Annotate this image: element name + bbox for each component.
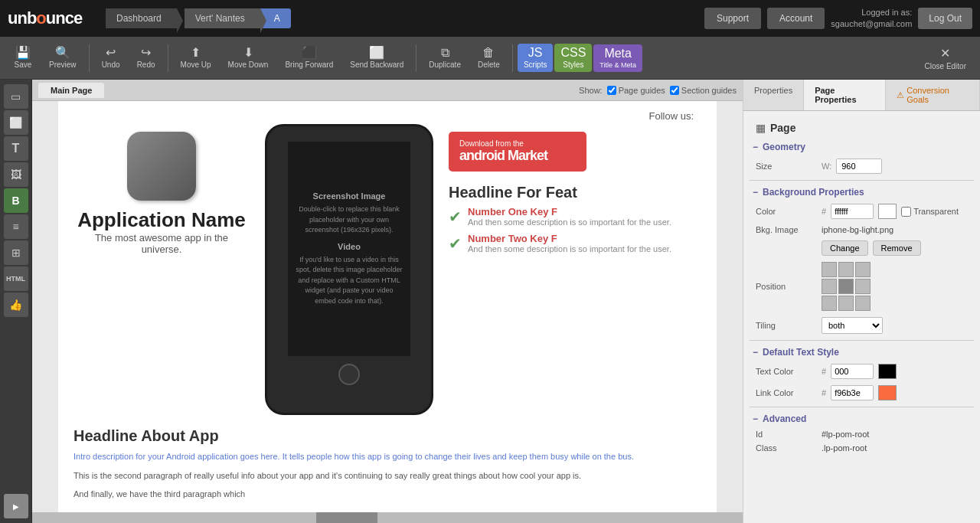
section-guides-label[interactable]: Section guides [670,86,737,95]
close-editor-button[interactable]: ✕ Close Editor [917,41,974,75]
canvas-scrollbar-horizontal[interactable] [32,512,743,523]
redo-button[interactable]: ↪ Redo [129,42,163,74]
sidebar-item-box[interactable]: ⬜ [4,110,28,135]
section-guides-checkbox[interactable] [670,86,679,95]
tiling-select[interactable]: no-repeat repeat-x repeat-y both [822,317,883,334]
sidebar-item-section[interactable]: ▭ [4,84,28,109]
video-title: Video [338,242,361,251]
tiling-row: Tiling no-repeat repeat-x repeat-y both [750,314,974,337]
toolbar-separator-1 [89,44,90,72]
text-style-label: Default Text Style [763,347,839,358]
page-properties-tab[interactable]: Page Properties [804,80,886,110]
screenshot-title: Screenshot Image [313,191,386,201]
top-nav-right: Support Account Logged in as: sgauchet@g… [704,7,972,31]
title-meta-button[interactable]: Meta Title & Meta [593,44,642,72]
preview-icon: 🔍 [55,47,70,59]
move-up-button[interactable]: ⬆ Move Up [173,42,219,74]
styles-icon: CSS [560,47,586,59]
bg-collapse[interactable]: − [753,187,758,198]
duplicate-icon: ⧉ [441,47,449,59]
sidebar-item-list[interactable]: ≡ [4,214,28,239]
video-text: If you'd like to use a video in this spo… [296,255,403,307]
pos-cell-tr[interactable] [855,262,871,277]
geometry-header[interactable]: − Geometry [750,139,974,155]
pos-cell-mr[interactable] [855,279,871,294]
toolbar: 💾 Save 🔍 Preview ↩ Undo ↪ Redo ⬆ Move Up… [0,37,980,80]
check-icon-2: ✔ [449,234,462,253]
canvas-inner: Follow us: Application Name The most awe… [58,101,717,523]
change-button[interactable]: Change [822,240,868,256]
logout-button[interactable]: Log Out [918,8,972,29]
sidebar-item-image[interactable]: 🖼 [4,162,28,187]
sidebar-item-html[interactable]: HTML [4,266,28,291]
support-button[interactable]: Support [704,8,761,29]
site-breadcrumb[interactable]: Vert' Nantes [185,8,260,28]
properties-tab[interactable]: Properties [743,80,804,110]
feature-item-1: ✔ Number One Key F And then some descrip… [449,206,701,227]
logged-in-label: Logged in as: [831,7,912,18]
transparent-label[interactable]: Transparent [901,207,959,217]
account-button[interactable]: Account [767,8,825,29]
toolbar-separator-3 [416,44,416,72]
pos-cell-br[interactable] [855,296,871,311]
link-color-picker-box[interactable] [878,385,897,400]
bring-forward-button[interactable]: ⬛ Bring Forward [277,42,341,74]
pos-cell-bc[interactable] [838,296,854,311]
page-guides-label[interactable]: Page guides [607,86,665,95]
color-picker-box[interactable] [878,204,897,219]
move-down-button[interactable]: ⬇ Move Down [220,42,276,74]
text-color-picker-box[interactable] [878,364,897,379]
pos-cell-bl[interactable] [822,296,837,311]
transparent-checkbox[interactable] [901,207,911,217]
text-color-row: Text Color # [750,361,974,382]
link-color-input[interactable] [831,385,874,400]
sidebar-expand-arrow[interactable]: ▶ [4,494,28,518]
save-button[interactable]: 💾 Save [6,42,40,74]
pos-cell-mc[interactable] [838,279,854,294]
sidebar-item-grid[interactable]: ⊞ [4,240,28,265]
phone-image: Screenshot Image Double-click to replace… [265,124,433,415]
text-style-collapse[interactable]: − [753,347,758,358]
geometry-collapse[interactable]: − [753,142,758,152]
pos-cell-tl[interactable] [822,262,837,277]
app-top-section: Application Name The most awesome app in… [74,116,701,415]
title-meta-icon: Meta [604,47,632,60]
canvas-area[interactable]: Follow us: Application Name The most awe… [32,101,743,523]
delete-button[interactable]: 🗑 Delete [470,42,508,74]
undo-button[interactable]: ↩ Undo [94,42,128,74]
text-style-header[interactable]: − Default Text Style [750,344,974,361]
duplicate-button[interactable]: ⧉ Duplicate [421,42,469,74]
toolbar-separator-4 [512,44,513,72]
sidebar-item-text[interactable]: T [4,136,28,161]
class-row: Class .lp-pom-root [750,441,974,455]
sidebar-item-social[interactable]: 👍 [4,293,28,317]
sidebar-item-bold[interactable]: B [4,188,28,213]
bring-forward-icon: ⬛ [302,47,317,59]
remove-button[interactable]: Remove [873,240,921,256]
move-up-icon: ⬆ [191,47,201,59]
position-grid[interactable] [822,262,871,311]
pos-cell-tc[interactable] [838,262,854,277]
text-color-input[interactable] [831,364,874,379]
main-page-tab[interactable]: Main Page [38,83,104,98]
scripts-button[interactable]: JS Scripts [518,44,554,72]
para1-text: This is the second paragraph of really u… [74,469,701,483]
app-name: Application Name [74,208,250,232]
page-guides-checkbox[interactable] [607,86,616,95]
preview-button[interactable]: 🔍 Preview [41,42,84,74]
advanced-collapse[interactable]: − [753,413,758,424]
send-backward-button[interactable]: ⬜ Send Backward [342,42,411,74]
size-input[interactable] [836,159,882,174]
bg-properties-header[interactable]: − Background Properties [750,184,974,201]
scripts-icon: JS [528,47,543,59]
conversion-goals-tab[interactable]: ⚠ Conversion Goals [886,80,980,110]
position-row: Position [750,259,974,314]
logo: unbounce [8,5,100,32]
pos-cell-ml[interactable] [822,279,837,294]
undo-icon: ↩ [106,47,116,59]
dashboard-breadcrumb[interactable]: Dashboard [106,8,177,28]
advanced-header[interactable]: − Advanced [750,410,974,427]
styles-button[interactable]: CSS Styles [554,44,592,72]
divider-2 [750,340,974,341]
color-input[interactable] [831,204,874,219]
